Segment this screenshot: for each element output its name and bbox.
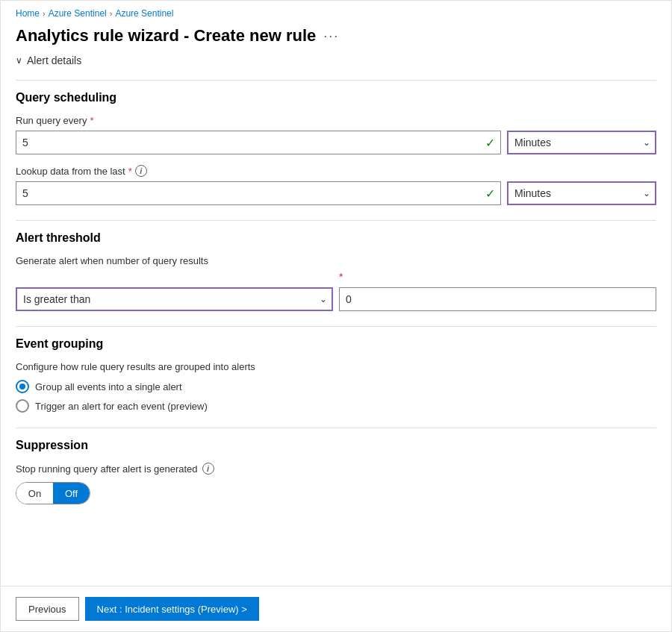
toggle-on-option[interactable]: On — [16, 483, 53, 504]
lookup-label: Lookup data from the last — [16, 166, 125, 177]
section-divider-3 — [16, 326, 656, 327]
event-grouping-desc: Configure how rule query results are gro… — [16, 361, 656, 372]
radio-option-single[interactable]: Group all events into a single alert — [16, 380, 656, 393]
radio-single-circle — [16, 380, 29, 393]
page-title-row: Analytics rule wizard - Create new rule … — [1, 22, 671, 54]
lookup-value-col: ✓ — [16, 181, 501, 205]
threshold-value-input[interactable] — [339, 287, 656, 311]
run-query-check: ✓ — [485, 136, 495, 150]
breadcrumb-sentinel-1[interactable]: Azure Sentinel — [49, 8, 107, 19]
run-query-input[interactable] — [16, 131, 501, 154]
run-query-unit-select-wrap: Minutes Hours Days ⌄ — [507, 131, 656, 154]
run-query-row: ✓ Minutes Hours Days ⌄ — [16, 131, 656, 154]
radio-each-circle — [16, 399, 29, 413]
event-grouping-section: Event grouping Configure how rule query … — [16, 337, 656, 413]
radio-each-label: Trigger an alert for each event (preview… — [35, 401, 208, 412]
page-title: Analytics rule wizard - Create new rule — [16, 26, 316, 46]
generate-alert-label: Generate alert when number of query resu… — [16, 255, 656, 266]
section-divider-4 — [16, 428, 656, 428]
suppression-desc: Stop running query after alert is genera… — [16, 463, 656, 475]
breadcrumb-sep-1: › — [43, 9, 46, 18]
threshold-row: Is greater than Is less than Is equal to… — [16, 271, 656, 311]
run-query-label: Run query every — [16, 115, 87, 126]
run-query-value-col: ✓ — [16, 131, 501, 154]
query-scheduling-section: Query scheduling Run query every * ✓ Min… — [16, 91, 656, 205]
run-query-unit-select[interactable]: Minutes Hours Days — [507, 131, 656, 154]
next-button[interactable]: Next : Incident settings (Preview) > — [85, 597, 259, 621]
breadcrumb-sep-2: › — [110, 9, 113, 18]
threshold-value-wrap: * — [339, 271, 656, 311]
section-divider-2 — [16, 220, 656, 221]
breadcrumb: Home › Azure Sentinel › Azure Sentinel — [1, 1, 671, 22]
alert-threshold-section: Alert threshold Generate alert when numb… — [16, 231, 656, 311]
run-query-label-row: Run query every * — [16, 115, 656, 126]
ellipsis-button[interactable]: ··· — [323, 28, 339, 44]
generate-alert-text: Generate alert when number of query resu… — [16, 255, 208, 266]
footer: Previous Next : Incident settings (Previ… — [1, 586, 671, 631]
radio-single-label: Group all events into a single alert — [35, 381, 182, 392]
collapse-icon: ∨ — [16, 55, 22, 66]
toggle-off-option[interactable]: Off — [53, 483, 90, 504]
threshold-condition-select-wrap: Is greater than Is less than Is equal to… — [16, 287, 333, 311]
lookup-unit-select[interactable]: Minutes Hours Days — [507, 181, 656, 205]
lookup-row: ✓ Minutes Hours Days ⌄ — [16, 181, 656, 205]
lookup-unit-col: Minutes Hours Days ⌄ — [507, 181, 656, 205]
suppression-title: Suppression — [16, 439, 656, 452]
lookup-info-icon[interactable]: i — [135, 165, 147, 177]
query-scheduling-title: Query scheduling — [16, 91, 656, 104]
previous-button[interactable]: Previous — [16, 597, 79, 621]
suppression-toggle[interactable]: On Off — [16, 482, 90, 504]
threshold-required-star: * — [339, 271, 343, 283]
alert-details-label: Alert details — [27, 54, 81, 66]
radio-option-each[interactable]: Trigger an alert for each event (preview… — [16, 399, 656, 413]
event-grouping-title: Event grouping — [16, 337, 656, 351]
alert-threshold-title: Alert threshold — [16, 231, 656, 245]
suppression-section: Suppression Stop running query after ale… — [16, 439, 656, 504]
threshold-condition-wrap: Is greater than Is less than Is equal to… — [16, 287, 333, 311]
lookup-unit-select-wrap: Minutes Hours Days ⌄ — [507, 181, 656, 205]
breadcrumb-home[interactable]: Home — [16, 8, 40, 19]
lookup-input[interactable] — [16, 181, 501, 205]
lookup-label-row: Lookup data from the last * i — [16, 165, 656, 177]
alert-details-header[interactable]: ∨ Alert details — [16, 54, 656, 66]
threshold-required-row: * — [339, 271, 656, 283]
lookup-input-wrap: ✓ — [16, 181, 501, 205]
suppression-info-icon[interactable]: i — [202, 463, 214, 475]
run-query-input-wrap: ✓ — [16, 131, 501, 154]
breadcrumb-sentinel-2[interactable]: Azure Sentinel — [115, 8, 173, 19]
page-container: Home › Azure Sentinel › Azure Sentinel A… — [0, 0, 672, 632]
run-query-unit-col: Minutes Hours Days ⌄ — [507, 131, 656, 154]
lookup-required: * — [128, 166, 132, 177]
section-divider-1 — [16, 80, 656, 81]
threshold-condition-select[interactable]: Is greater than Is less than Is equal to — [16, 287, 333, 311]
lookup-check: ✓ — [485, 187, 495, 201]
main-content: ∨ Alert details Query scheduling Run que… — [1, 54, 671, 586]
suppression-desc-text: Stop running query after alert is genera… — [16, 463, 198, 475]
run-query-required: * — [90, 115, 93, 126]
